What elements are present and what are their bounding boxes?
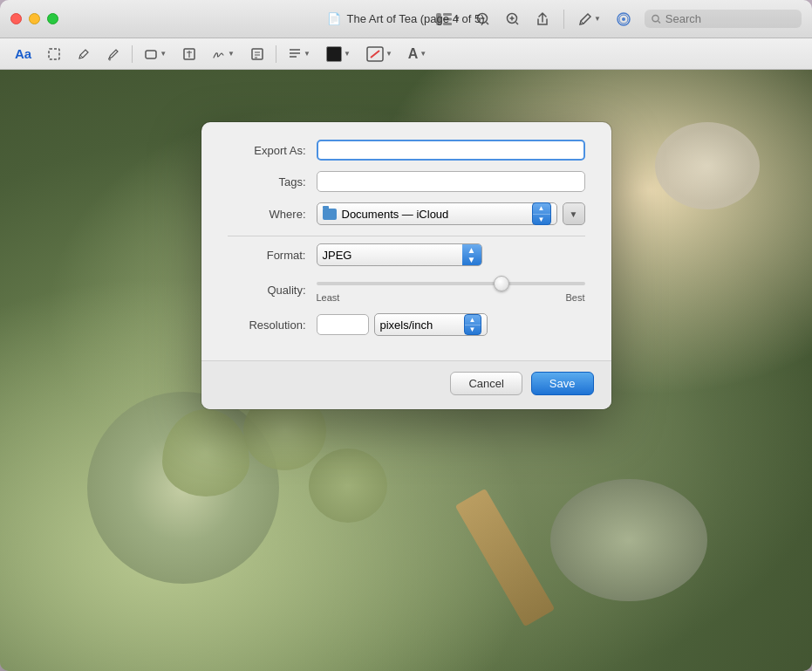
brush-icon xyxy=(106,47,120,61)
svg-line-6 xyxy=(487,22,489,24)
location-dropdown[interactable]: Documents — iCloud ▲ ▼ xyxy=(317,202,557,225)
resolution-label: Resolution: xyxy=(228,318,306,332)
color-swatch xyxy=(326,46,342,62)
pen-chevron-icon: ▼ xyxy=(594,15,601,23)
svg-line-11 xyxy=(581,21,583,24)
dialog-footer: Cancel Save xyxy=(201,360,611,409)
where-row: Where: Documents — iCloud ▲ ▼ ▼ xyxy=(228,202,585,225)
align-button[interactable]: ▼ xyxy=(283,45,315,63)
note-button[interactable] xyxy=(246,45,269,64)
pencil-icon xyxy=(77,47,91,61)
toolbar2: Aa ▼ xyxy=(0,38,812,70)
stepper-down[interactable]: ▼ xyxy=(533,214,550,225)
format-row: Format: JPEG ▲▼ xyxy=(228,243,585,266)
markup-button[interactable] xyxy=(611,9,636,30)
svg-rect-17 xyxy=(49,49,59,59)
titlebar: 📄 The Art of Tea (page 4 of 5) ▼ xyxy=(0,0,812,38)
font-size-button[interactable]: A ▼ xyxy=(404,44,431,65)
pen-tool-button[interactable]: ▼ xyxy=(573,9,606,30)
quality-max-label: Best xyxy=(565,292,584,303)
svg-point-14 xyxy=(622,17,625,21)
window-title: 📄 The Art of Tea (page 4 of 5) xyxy=(327,12,484,25)
unit-down[interactable]: ▼ xyxy=(465,325,481,335)
text-button[interactable] xyxy=(178,45,201,64)
selection-icon xyxy=(47,47,61,61)
save-button[interactable]: Save xyxy=(531,372,594,395)
location-stepper[interactable]: ▲ ▼ xyxy=(532,202,551,225)
stepper-up[interactable]: ▲ xyxy=(533,203,550,214)
svg-line-18 xyxy=(80,55,83,58)
where-label: Where: xyxy=(228,208,306,221)
unit-dropdown[interactable]: pixels/inch ▲ ▼ xyxy=(374,313,488,336)
shape-button[interactable]: ▼ xyxy=(140,45,171,64)
svg-point-15 xyxy=(652,15,658,21)
signature-icon xyxy=(212,47,226,61)
font-size-icon: A xyxy=(408,46,419,62)
export-as-label: Export As: xyxy=(228,144,306,157)
expand-location-button[interactable]: ▼ xyxy=(563,202,585,225)
search-input[interactable] xyxy=(665,12,795,25)
format-select-arrow: ▲▼ xyxy=(462,244,481,265)
quality-label: Quality: xyxy=(228,284,306,297)
cancel-button[interactable]: Cancel xyxy=(450,372,522,395)
content-area: Export As: Tags: Where: xyxy=(0,70,812,671)
modal-overlay: Export As: Tags: Where: xyxy=(0,70,812,671)
format-dropdown[interactable]: JPEG ▲▼ xyxy=(317,243,482,266)
unit-up[interactable]: ▲ xyxy=(465,315,481,325)
export-dialog: Export As: Tags: Where: xyxy=(201,122,611,409)
titlebar-right: ▼ xyxy=(431,9,802,30)
font-button[interactable]: Aa xyxy=(10,44,36,64)
app-window: 📄 The Art of Tea (page 4 of 5) ▼ xyxy=(0,0,812,671)
tags-label: Tags: xyxy=(228,175,306,188)
zoom-in-button[interactable] xyxy=(501,9,525,30)
svg-line-31 xyxy=(371,51,379,58)
shape-icon xyxy=(144,47,158,61)
tags-row: Tags: xyxy=(228,171,585,192)
format-label: Format: xyxy=(228,249,306,262)
svg-rect-19 xyxy=(146,51,156,58)
svg-line-16 xyxy=(658,21,660,23)
maximize-button[interactable] xyxy=(47,13,58,24)
export-as-row: Export As: xyxy=(228,140,585,161)
unit-stepper[interactable]: ▲ ▼ xyxy=(464,314,481,335)
resolution-row: Resolution: 150 pixels/inch ▲ ▼ xyxy=(228,313,585,336)
tags-input[interactable] xyxy=(317,171,585,192)
stroke-button[interactable]: ▼ xyxy=(362,44,397,65)
location-row: Documents — iCloud ▲ ▼ ▼ xyxy=(317,202,585,225)
export-as-input[interactable] xyxy=(317,140,585,161)
selection-button[interactable] xyxy=(43,45,65,64)
quality-slider-container: Least Best xyxy=(317,277,585,303)
quality-row: Quality: Least Best xyxy=(228,277,585,303)
signature-button[interactable]: ▼ xyxy=(208,45,239,64)
note-icon xyxy=(250,47,264,61)
pencil-button[interactable] xyxy=(72,45,95,64)
color-button[interactable]: ▼ xyxy=(322,44,355,65)
minimize-button[interactable] xyxy=(29,13,40,24)
search-icon xyxy=(652,14,661,24)
stroke-icon xyxy=(366,46,384,62)
search-box[interactable] xyxy=(645,10,802,28)
dialog-separator-1 xyxy=(228,236,585,236)
share-button[interactable] xyxy=(530,9,555,30)
dialog-body: Export As: Tags: Where: xyxy=(201,122,611,360)
align-icon xyxy=(288,48,302,60)
text-icon xyxy=(182,47,196,61)
close-button[interactable] xyxy=(10,13,22,24)
quality-slider[interactable] xyxy=(317,282,585,285)
traffic-lights xyxy=(10,13,58,24)
quality-min-label: Least xyxy=(317,292,340,303)
document-icon: 📄 xyxy=(327,12,341,25)
folder-icon xyxy=(323,209,337,220)
svg-line-10 xyxy=(516,22,519,24)
resolution-input[interactable]: 150 xyxy=(317,314,369,335)
brush-button[interactable] xyxy=(102,45,125,64)
